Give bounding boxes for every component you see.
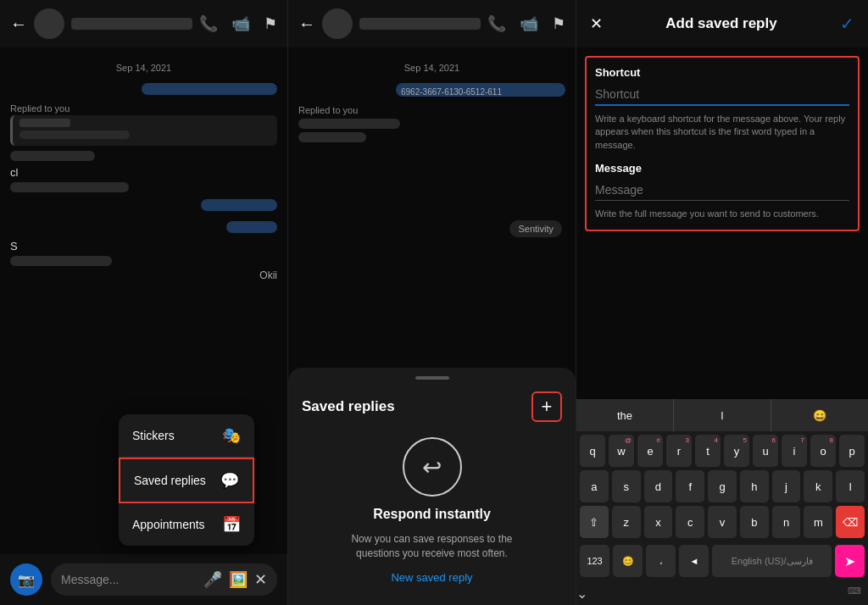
key-g[interactable]: g <box>708 470 737 502</box>
blurred-bubble-right <box>201 199 277 211</box>
key-h[interactable]: h <box>740 470 769 502</box>
key-k[interactable]: k <box>804 470 832 502</box>
saved-reply-form: Shortcut Write a keyboard shortcut for t… <box>585 56 860 231</box>
context-menu-appointments[interactable]: Appointments 📅 <box>119 503 254 546</box>
key-r[interactable]: r3 <box>666 435 692 467</box>
chat-text-cl: cl <box>10 166 277 179</box>
key-n[interactable]: n <box>772 506 801 538</box>
message-input-bar: 📷 Message... 🎤 🖼️ ✕ <box>0 554 287 605</box>
shortcut-input[interactable] <box>595 84 849 106</box>
context-menu-saved-replies[interactable]: Saved replies 💬 <box>119 458 254 503</box>
panel1-chat-screen: ← 📞 📹 ⚑ Sep 14, 2021 Replied to you cl <box>0 0 288 605</box>
blurred-bubble <box>142 83 277 95</box>
key-z[interactable]: z <box>612 506 641 538</box>
saved-replies-sheet: Saved replies + ↩ Respond instantly Now … <box>288 368 576 605</box>
prediction-l[interactable]: l <box>674 399 771 431</box>
key-o[interactable]: o8 <box>810 435 836 467</box>
confirm-button[interactable]: ✓ <box>840 14 854 34</box>
contact-name-blurred <box>71 18 192 30</box>
key-v[interactable]: v <box>708 506 737 538</box>
mic-icon[interactable]: 🎤 <box>203 570 222 589</box>
message-hint: Write the full message you want to send … <box>595 208 849 220</box>
key-a[interactable]: a <box>580 470 609 502</box>
emoji-key[interactable]: 😊 <box>613 545 643 577</box>
key-e[interactable]: e# <box>637 435 663 467</box>
panel3-header: ✕ Add saved reply ✓ <box>576 0 868 47</box>
key-m[interactable]: m <box>804 506 832 538</box>
bubble-blurred-1 <box>10 151 95 161</box>
bubble-right-3 <box>10 218 277 236</box>
bubble-blurred-p2-1 <box>298 119 400 129</box>
close-icon[interactable]: ✕ <box>254 570 267 589</box>
replied-label: Replied to you <box>10 103 277 114</box>
key-u[interactable]: u6 <box>753 435 778 467</box>
key-f[interactable]: f <box>676 470 704 502</box>
new-saved-reply-link[interactable]: New saved reply <box>391 571 472 584</box>
space-key[interactable]: English (US)/فارسی <box>712 545 831 577</box>
header-icons-2: 📞 📹 ⚑ <box>487 14 565 33</box>
key-l[interactable]: l <box>836 470 865 502</box>
back-button[interactable]: ← <box>10 14 27 34</box>
context-menu-stickers[interactable]: Stickers 🎭 <box>119 414 254 458</box>
video-icon-2[interactable]: 📹 <box>520 14 538 33</box>
camera-button[interactable]: 📷 <box>10 563 42 596</box>
key-row-2: a s d f g h j k l <box>580 470 865 502</box>
back-button-2[interactable]: ← <box>298 14 315 34</box>
bubble-blurred-2 <box>10 182 129 192</box>
comma-key[interactable]: ، <box>646 545 676 577</box>
key-j[interactable]: j <box>772 470 801 502</box>
key-i[interactable]: i7 <box>782 435 807 467</box>
key-y[interactable]: y5 <box>724 435 749 467</box>
message-input[interactable]: Message... 🎤 🖼️ ✕ <box>51 563 277 596</box>
date-divider: Sep 14, 2021 <box>10 63 277 73</box>
saved-replies-icon: 💬 <box>220 471 239 490</box>
phone-icon[interactable]: 📞 <box>199 14 218 33</box>
message-input-field[interactable] <box>595 180 849 201</box>
enter-key[interactable]: ➤ <box>835 545 865 577</box>
key-row-1: q w@ e# r3 t4 y5 u6 i7 o8 p <box>580 435 865 467</box>
key-q[interactable]: q <box>580 435 605 467</box>
keyboard: the l 😄 q w@ e# r3 t4 y5 u6 i7 o8 p a s <box>576 399 868 605</box>
backspace-key[interactable]: ⌫ <box>836 506 865 538</box>
close-button[interactable]: ✕ <box>590 14 603 33</box>
key-w[interactable]: w@ <box>609 435 634 467</box>
key-t[interactable]: t4 <box>695 435 721 467</box>
video-icon[interactable]: 📹 <box>231 14 250 33</box>
avatar-2 <box>322 8 353 39</box>
keyboard-hide-row: ⌄ ⌨ <box>576 582 868 605</box>
chevron-down-icon[interactable]: ⌄ <box>576 586 587 602</box>
appointments-icon: 📅 <box>222 515 241 534</box>
key-d[interactable]: d <box>644 470 673 502</box>
phone-icon-2[interactable]: 📞 <box>487 14 506 33</box>
bubble-right-p2: 6962-3667-6130-6512-611 <box>298 80 565 100</box>
okii-label: Okii <box>10 269 277 281</box>
bubble-right-2 <box>10 196 277 214</box>
flag-icon[interactable]: ⚑ <box>264 14 277 33</box>
rtl-key[interactable]: ◄ <box>679 545 709 577</box>
replied-label-2: Replied to you <box>298 105 565 115</box>
panel2-saved-replies-screen: ← 📞 📹 ⚑ Sep 14, 2021 6962-3667-6130-6512… <box>288 0 576 605</box>
shift-key[interactable]: ⇧ <box>580 506 609 538</box>
phone-number-text: 6962-3667-6130-6512-611 <box>396 86 507 98</box>
key-123[interactable]: 123 <box>580 545 609 577</box>
keyboard-options-icon[interactable]: ⌨ <box>587 586 868 602</box>
respond-instantly-title: Respond instantly <box>373 507 491 522</box>
prediction-emoji[interactable]: 😄 <box>771 399 868 431</box>
key-b[interactable]: b <box>740 506 769 538</box>
bubble-blurred-p2-2 <box>298 132 366 142</box>
key-s[interactable]: s <box>612 470 641 502</box>
flag-icon-2[interactable]: ⚑ <box>552 14 565 33</box>
keyboard-rows: q w@ e# r3 t4 y5 u6 i7 o8 p a s d f g h … <box>576 431 868 543</box>
key-c[interactable]: c <box>676 506 704 538</box>
gallery-icon[interactable]: 🖼️ <box>229 570 248 589</box>
date-divider-2: Sep 14, 2021 <box>298 63 565 73</box>
bubble-right-1 <box>10 80 277 98</box>
key-x[interactable]: x <box>644 506 673 538</box>
add-saved-reply-button[interactable]: + <box>531 391 562 422</box>
prediction-the[interactable]: the <box>576 399 674 431</box>
respond-instantly-desc: Now you can save responses to the questi… <box>339 532 526 561</box>
key-p[interactable]: p <box>839 435 865 467</box>
context-menu: Stickers 🎭 Saved replies 💬 Appointments … <box>119 414 254 546</box>
keyboard-bottom-row: 123 😊 ، ◄ English (US)/فارسی ➤ <box>576 543 868 582</box>
key-row-3: ⇧ z x c v b n m ⌫ <box>580 506 865 538</box>
